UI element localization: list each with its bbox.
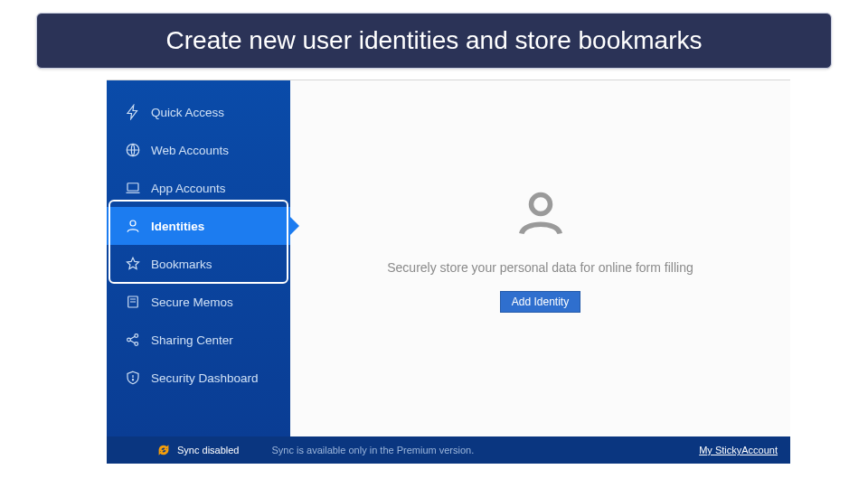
- sidebar-item-security-dashboard[interactable]: Security Dashboard: [107, 359, 290, 397]
- shield-icon: [125, 370, 141, 386]
- svg-point-8: [531, 195, 550, 214]
- sidebar-item-quick-access[interactable]: Quick Access: [107, 93, 290, 131]
- sidebar-item-label: Security Dashboard: [151, 371, 259, 385]
- sidebar-item-label: Web Accounts: [151, 144, 229, 157]
- empty-state-message: Securely store your personal data for on…: [387, 260, 693, 275]
- app-main: Quick Access Web Accounts App Accounts I…: [107, 80, 790, 436]
- sidebar-item-label: Sharing Center: [151, 333, 233, 347]
- sync-icon: [157, 444, 170, 456]
- sidebar-item-label: Identities: [151, 220, 204, 233]
- star-icon: [125, 256, 141, 272]
- sidebar-item-sharing-center[interactable]: Sharing Center: [107, 321, 290, 359]
- main-content: Securely store your personal data for on…: [290, 80, 790, 436]
- sync-status: Sync disabled: [177, 445, 240, 455]
- caption-banner: Create new user identities and store boo…: [36, 13, 832, 69]
- account-link[interactable]: My StickyAccount: [699, 445, 778, 455]
- note-icon: [125, 294, 141, 310]
- sidebar-item-identities[interactable]: Identities: [107, 207, 290, 245]
- svg-point-2: [130, 221, 136, 226]
- premium-note: Sync is available only in the Premium ve…: [272, 445, 475, 455]
- bolt-icon: [125, 104, 141, 120]
- svg-point-7: [132, 380, 133, 380]
- person-icon: [125, 218, 141, 234]
- add-identity-button[interactable]: Add Identity: [500, 291, 580, 313]
- app-window: Quick Access Web Accounts App Accounts I…: [107, 80, 790, 464]
- sidebar-item-label: Bookmarks: [151, 258, 212, 271]
- sidebar-item-label: Quick Access: [151, 106, 224, 119]
- svg-rect-1: [127, 183, 138, 191]
- sidebar-item-label: Secure Memos: [151, 296, 233, 309]
- share-icon: [125, 332, 141, 348]
- sidebar: Quick Access Web Accounts App Accounts I…: [107, 80, 290, 436]
- status-bar: Sync disabled Sync is available only in …: [107, 436, 790, 464]
- sidebar-item-web-accounts[interactable]: Web Accounts: [107, 131, 290, 169]
- sidebar-item-secure-memos[interactable]: Secure Memos: [107, 283, 290, 321]
- caption-text: Create new user identities and store boo…: [166, 26, 703, 54]
- globe-icon: [125, 142, 141, 158]
- sidebar-item-bookmarks[interactable]: Bookmarks: [107, 245, 290, 283]
- person-icon: [514, 186, 568, 244]
- laptop-icon: [125, 180, 141, 196]
- sidebar-item-app-accounts[interactable]: App Accounts: [107, 169, 290, 207]
- sidebar-item-label: App Accounts: [151, 182, 226, 195]
